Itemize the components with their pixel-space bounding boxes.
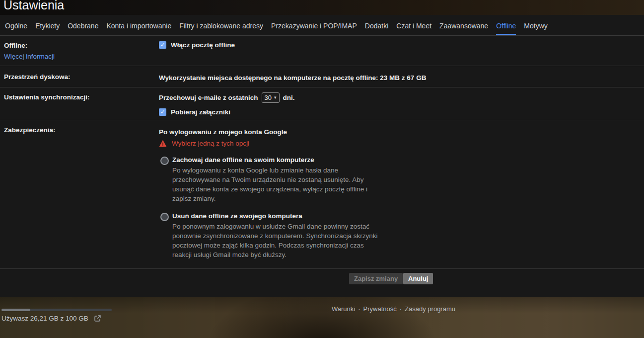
enable-offline-checkbox[interactable]: ✓ xyxy=(159,41,166,49)
settings-panel: Ogólne Etykiety Odebrane Konta i importo… xyxy=(0,15,644,297)
offline-section-content: ✓ Włącz pocztę offline xyxy=(159,36,644,66)
gmail-settings-page: Ustawienia Ogólne Etykiety Odebrane Kont… xyxy=(0,0,644,338)
sync-section-content: Przechowuj e-maile z ostatnich 30 ▾ dni.… xyxy=(159,87,644,120)
remove-offline-data-title[interactable]: Usuń dane offline ze swojego komputera xyxy=(172,212,644,220)
storage-usage-row: Używasz 26,21 GB z 100 GB xyxy=(1,315,101,322)
offline-section-label: Offline: xyxy=(4,42,159,49)
tab-inbox[interactable]: Odebrane xyxy=(64,15,102,35)
footer-links: Warunki · Prywatność · Zasady programu xyxy=(332,305,455,313)
days-select-value: 30 xyxy=(265,94,272,101)
page-title: Ustawienia xyxy=(3,0,64,12)
learn-more-link[interactable]: Więcej informacji xyxy=(4,53,55,60)
tab-general[interactable]: Ogólne xyxy=(1,15,31,35)
cancel-button[interactable]: Anuluj xyxy=(403,273,433,284)
keep-offline-data-title[interactable]: Zachowaj dane offline na swoim komputerz… xyxy=(172,156,644,164)
save-changes-button[interactable]: Zapisz zmiany xyxy=(349,273,403,284)
security-heading: Po wylogowaniu z mojego konta Google xyxy=(159,128,644,136)
tab-labels[interactable]: Etykiety xyxy=(31,15,64,35)
external-link-icon[interactable] xyxy=(94,315,101,322)
keep-emails-suffix: dni. xyxy=(283,94,295,101)
tab-accounts-import[interactable]: Konta i importowanie xyxy=(102,15,175,35)
tab-chat-meet[interactable]: Czat i Meet xyxy=(392,15,435,35)
download-attachments-checkbox[interactable]: ✓ xyxy=(159,108,166,116)
tab-themes[interactable]: Motywy xyxy=(520,15,551,35)
privacy-link[interactable]: Prywatność xyxy=(363,305,397,313)
keep-offline-data-description: Po wylogowaniu z konta Google lub zmiani… xyxy=(172,166,378,203)
storage-progress-bar xyxy=(1,309,112,311)
storage-section-content: Wykorzystanie miejsca dostępnego na komp… xyxy=(159,66,644,87)
storage-progress-fill xyxy=(1,309,30,311)
sync-section-label: Ustawienia synchronizacji: xyxy=(4,93,159,101)
security-section-content: Po wylogowaniu z mojego konta Google Wyb… xyxy=(159,120,644,268)
section-security: Zabezpieczenia: Po wylogowaniu z mojego … xyxy=(0,120,644,269)
section-offline: Offline: Więcej informacji ✓ Włącz poczt… xyxy=(0,36,644,66)
checkmark-icon: ✓ xyxy=(160,109,165,115)
enable-offline-label: Włącz pocztę offline xyxy=(171,41,235,49)
terms-link[interactable]: Warunki xyxy=(332,305,355,313)
chevron-down-icon: ▾ xyxy=(274,95,277,100)
section-storage: Przestrzeń dyskowa: Wykorzystanie miejsc… xyxy=(0,66,644,87)
tab-addons[interactable]: Dodatki xyxy=(361,15,392,35)
remove-offline-data-radio[interactable] xyxy=(160,213,169,221)
program-policies-link[interactable]: Zasady programu xyxy=(405,305,455,313)
keep-offline-data-radio[interactable] xyxy=(160,157,169,165)
download-attachments-label: Pobieraj załączniki xyxy=(171,108,230,116)
remove-offline-data-description: Po ponownym zalogowaniu w usłudze Gmail … xyxy=(172,222,378,259)
days-select[interactable]: 30 ▾ xyxy=(262,92,280,103)
tab-offline[interactable]: Offline xyxy=(492,15,520,35)
dot-separator: · xyxy=(400,305,402,313)
warning-icon xyxy=(159,140,167,147)
keep-emails-prefix: Przechowuj e-maile z ostatnich xyxy=(159,94,258,101)
settings-tab-bar: Ogólne Etykiety Odebrane Konta i importo… xyxy=(0,15,644,36)
dot-separator: · xyxy=(358,305,360,313)
storage-usage-label: Używasz 26,21 GB z 100 GB xyxy=(1,315,88,322)
section-sync: Ustawienia synchronizacji: Przechowuj e-… xyxy=(0,87,644,120)
tab-forwarding-pop-imap[interactable]: Przekazywanie i POP/IMAP xyxy=(267,15,361,35)
theme-background-top xyxy=(0,0,644,15)
sync-section-label-cell: Ustawienia synchronizacji: xyxy=(0,87,159,120)
security-section-label-cell: Zabezpieczenia: xyxy=(0,120,159,268)
option-keep-offline-data: Zachowaj dane offline na swoim komputerz… xyxy=(159,156,644,203)
storage-section-label-cell: Przestrzeń dyskowa: xyxy=(0,66,159,87)
offline-section-label-cell: Offline: Więcej informacji xyxy=(0,36,159,66)
storage-section-label: Przestrzeń dyskowa: xyxy=(4,73,159,81)
security-warning-text: Wybierz jedną z tych opcji xyxy=(172,140,249,147)
tab-filters-blocked[interactable]: Filtry i zablokowane adresy xyxy=(175,15,267,35)
checkmark-icon: ✓ xyxy=(160,42,165,48)
actions-bar: Zapisz zmiany Anuluj xyxy=(0,269,644,297)
security-section-label: Zabezpieczenia: xyxy=(4,126,159,134)
option-remove-offline-data: Usuń dane offline ze swojego komputera P… xyxy=(159,212,644,259)
tab-advanced[interactable]: Zaawansowane xyxy=(435,15,492,35)
storage-usage-text: Wykorzystanie miejsca dostępnego na komp… xyxy=(159,74,426,82)
